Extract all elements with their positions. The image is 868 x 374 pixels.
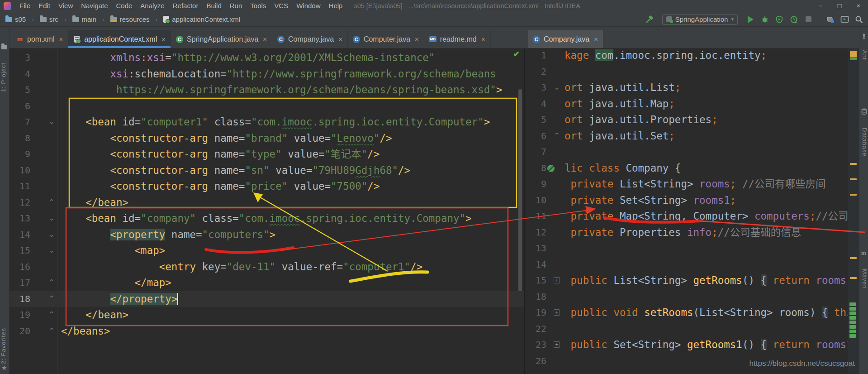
tab-computer-java[interactable]: CComputer.java× xyxy=(348,30,424,48)
menu-refactor[interactable]: Refactor xyxy=(169,0,203,12)
breadcrumb-item-s05[interactable]: s05 xyxy=(5,15,26,23)
code-line-5[interactable]: 5import java.util.Properties; xyxy=(525,112,848,128)
java-editor[interactable]: 1package com.imooc.spring.ioc.entity;23⌄… xyxy=(525,48,848,374)
fold-down-icon[interactable]: ⌄ xyxy=(48,211,55,227)
fold-expand-icon[interactable]: + xyxy=(554,277,560,283)
code-line-23[interactable]: 23+ public Set<String> getRooms1() { ret… xyxy=(525,337,848,353)
tool-button-favorites[interactable]: 2: Favorites xyxy=(0,323,9,369)
menu-navigate[interactable]: Navigate xyxy=(77,0,112,12)
code-line-8[interactable]: 8 <constructor-arg name="brand" value="L… xyxy=(9,130,524,147)
tab-company-java[interactable]: CCompany.java× xyxy=(272,30,348,48)
tab-close-icon[interactable]: × xyxy=(59,35,63,43)
code-line-7[interactable]: 7 xyxy=(525,144,848,160)
tab-readme-md[interactable]: MDreadme.md× xyxy=(424,30,491,48)
code-line-13[interactable]: 13⌄ <bean id="company" class="com.imooc.… xyxy=(9,211,524,227)
code-line-3[interactable]: 3 xmlns:xsi="http://www.w3.org/2001/XMLS… xyxy=(9,50,524,66)
tab-close-icon[interactable]: × xyxy=(263,35,267,43)
menu-code[interactable]: Code xyxy=(112,0,136,12)
menu-help[interactable]: Help xyxy=(325,0,347,12)
tab-close-icon[interactable]: × xyxy=(338,35,342,43)
run-button[interactable] xyxy=(744,14,757,25)
class-gutter-icon[interactable] xyxy=(547,165,555,172)
tab-company-java[interactable]: CCompany.java× xyxy=(528,30,603,48)
favorites-star-icon[interactable]: ★ xyxy=(1,364,7,371)
breadcrumb-item-main[interactable]: main xyxy=(72,15,97,23)
stripe-change-marker[interactable] xyxy=(850,277,857,279)
stripe-change-marker[interactable] xyxy=(850,178,857,180)
tool-button-project[interactable]: 1: Project xyxy=(0,50,9,105)
breadcrumb-item-resources[interactable]: resources xyxy=(110,15,150,23)
breadcrumb-item-applicationcontext.xml[interactable]: applicationContext.xml xyxy=(163,15,240,23)
code-line-20[interactable]: 20⌃</beans> xyxy=(9,323,524,340)
code-line-14[interactable]: 14 xyxy=(525,257,848,273)
tab-close-icon[interactable]: × xyxy=(594,35,598,43)
code-line-5[interactable]: 5 https://www.springframework.org/schema… xyxy=(9,82,524,98)
code-line-6[interactable]: 6 xyxy=(9,98,524,115)
stripe-change-marker[interactable] xyxy=(850,194,857,196)
fold-up-icon[interactable]: ⌃ xyxy=(48,307,55,323)
menu-tools[interactable]: Tools xyxy=(246,0,270,12)
debug-button[interactable] xyxy=(759,14,771,25)
run-with-coverage-button[interactable] xyxy=(773,14,786,25)
tab-pom-xml[interactable]: mpom.xml× xyxy=(11,30,68,48)
code-line-10[interactable]: 10 private Set<String> rooms1; xyxy=(525,192,848,209)
menu-window[interactable]: Window xyxy=(292,0,324,12)
fold-up-icon[interactable]: ⌃ xyxy=(48,323,55,340)
code-line-17[interactable]: 17⌃ </map> xyxy=(9,275,524,291)
code-line-12[interactable]: 12⌃ </bean> xyxy=(9,195,524,211)
fold-up-icon[interactable]: ⌃ xyxy=(48,195,55,211)
code-line-3[interactable]: 3⌄import java.util.List; xyxy=(525,80,848,96)
fold-up-icon[interactable]: ⌃ xyxy=(554,128,560,144)
fold-up-icon[interactable]: ⌃ xyxy=(48,291,55,307)
code-line-11[interactable]: 11 <constructor-arg name="price" value="… xyxy=(9,178,524,195)
menu-file[interactable]: File xyxy=(15,0,34,12)
tab-close-icon[interactable]: × xyxy=(415,35,419,43)
tool-button-ant[interactable]: Ant xyxy=(859,41,868,68)
code-line-4[interactable]: 4import java.util.Map; xyxy=(525,96,848,112)
code-line-18[interactable]: 18 xyxy=(525,289,848,305)
fold-up-icon[interactable]: ⌃ xyxy=(48,275,55,291)
xml-editor[interactable]: ✔ 3 xmlns:xsi="http://www.w3.org/2001/XM… xyxy=(9,48,525,374)
profiler-button[interactable] xyxy=(787,14,800,25)
code-line-22[interactable]: 22 xyxy=(525,321,848,337)
stop-button[interactable] xyxy=(802,14,815,25)
menu-run[interactable]: Run xyxy=(226,0,247,12)
database-icon[interactable] xyxy=(861,108,868,114)
code-line-12[interactable]: 12 private Properties info;//公司基础的信息 xyxy=(525,225,848,241)
code-line-2[interactable]: 2 xyxy=(525,64,848,80)
tab-close-icon[interactable]: × xyxy=(161,35,166,43)
code-line-15[interactable]: 15+ public List<String> getRooms() { ret… xyxy=(525,273,848,289)
ant-icon[interactable] xyxy=(861,33,868,38)
code-line-11[interactable]: 11 private Map<String, Computer> compute… xyxy=(525,208,848,225)
code-line-9[interactable]: 9 <constructor-arg name="type" value="笔记… xyxy=(9,146,524,163)
code-line-10[interactable]: 10 <constructor-arg name="sn" value="79H… xyxy=(9,163,524,179)
run-tool-window-icon[interactable] xyxy=(838,14,851,25)
fold-expand-icon[interactable]: + xyxy=(554,341,560,348)
stripe-change-marker[interactable] xyxy=(850,163,857,165)
tab-close-icon[interactable]: × xyxy=(481,35,485,43)
code-line-6[interactable]: 6⌃import java.util.Set; xyxy=(525,128,848,144)
menu-view[interactable]: View xyxy=(54,0,77,12)
code-line-1[interactable]: 1package com.imooc.spring.ioc.entity; xyxy=(525,48,848,64)
code-line-7[interactable]: 7⌄ <bean id="computer1" class="com.imooc… xyxy=(9,114,524,130)
maven-icon[interactable]: m xyxy=(861,249,868,255)
fold-down-icon[interactable]: ⌄ xyxy=(554,80,560,96)
tab-applicationcontext-xml[interactable]: applicationContext.xml× xyxy=(68,30,171,48)
fold-down-icon[interactable]: ⌄ xyxy=(48,227,55,243)
code-line-18[interactable]: 18⌃ </property> xyxy=(9,291,524,307)
code-line-19[interactable]: 19+ public void setRooms(List<String> ro… xyxy=(525,305,848,321)
run-configuration-select[interactable]: SpringApplication ▾ xyxy=(662,14,738,25)
minimize-button[interactable]: − xyxy=(811,0,830,12)
fold-expand-icon[interactable]: + xyxy=(554,309,560,316)
fold-down-icon[interactable]: ⌄ xyxy=(48,243,55,259)
fold-down-icon[interactable]: ⌄ xyxy=(48,114,55,130)
menu-edit[interactable]: Edit xyxy=(34,0,54,12)
code-line-13[interactable]: 13 xyxy=(525,240,848,257)
project-tool-icon[interactable] xyxy=(1,43,8,48)
menu-build[interactable]: Build xyxy=(202,0,225,12)
build-hammer-icon[interactable] xyxy=(643,14,656,25)
breadcrumb-item-src[interactable]: src xyxy=(40,15,58,23)
code-line-9[interactable]: 9 private List<String> rooms; //公司有哪些房间 xyxy=(525,176,848,192)
tool-button-maven[interactable]: Maven xyxy=(859,259,868,299)
code-line-19[interactable]: 19⌃ </bean> xyxy=(9,307,524,323)
